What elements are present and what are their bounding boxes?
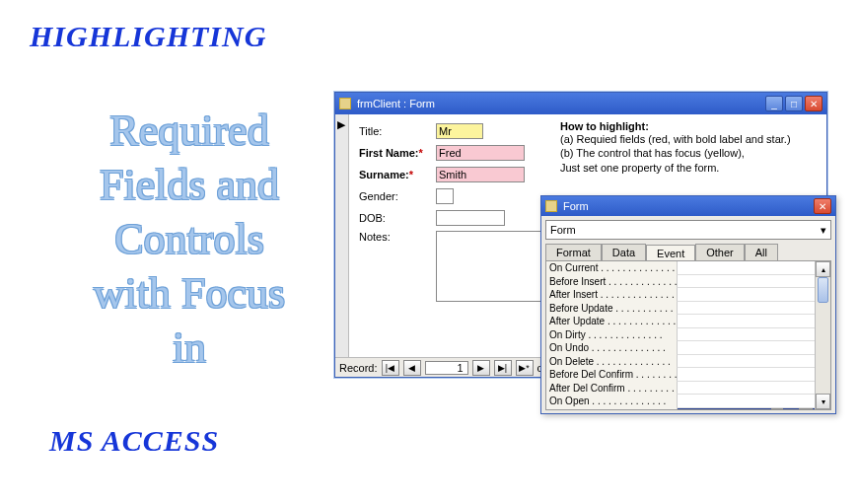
- scroll-down-button[interactable]: ▾: [816, 394, 830, 409]
- property-value[interactable]: [677, 355, 815, 369]
- property-value[interactable]: [677, 275, 815, 289]
- current-record-arrow-icon: ▶: [337, 118, 345, 131]
- property-value[interactable]: [677, 328, 815, 342]
- property-row[interactable]: After Del Confirm . . . . . . . . . . . …: [546, 382, 815, 396]
- chevron-down-icon: ▾: [821, 224, 826, 237]
- property-value[interactable]: [677, 368, 815, 382]
- dob-label: DOB:: [359, 212, 436, 224]
- property-name: On Current . . . . . . . . . . . . . .: [546, 262, 677, 273]
- gender-field[interactable]: [436, 188, 454, 204]
- firstname-field[interactable]: Fred: [436, 145, 525, 161]
- property-row[interactable]: On Dirty . . . . . . . . . . . . . .: [546, 328, 815, 342]
- property-value[interactable]: [677, 302, 815, 316]
- property-name: On Open . . . . . . . . . . . . . .: [546, 396, 677, 406]
- prev-record-button[interactable]: ◀: [403, 360, 421, 376]
- help-line-a: (a) Requied fields (red, with bold label…: [560, 132, 817, 146]
- notes-label: Notes:: [359, 231, 436, 243]
- window-titlebar[interactable]: frmClient : Form _ □ ✕: [335, 93, 826, 114]
- surname-field[interactable]: Smith: [436, 167, 525, 182]
- property-row[interactable]: Before Update . . . . . . . . . . . . . …: [546, 302, 815, 316]
- property-row[interactable]: After Insert . . . . . . . . . . . . . .: [546, 288, 815, 302]
- banner-msaccess: MS ACCESS: [49, 424, 219, 458]
- property-row[interactable]: On Delete . . . . . . . . . . . . . .: [546, 355, 815, 369]
- help-line-c: Just set one property of the form.: [560, 161, 817, 175]
- title-field[interactable]: Mr: [436, 123, 483, 139]
- help-heading: How to highlight:: [560, 120, 649, 132]
- builder-button[interactable]: ...: [799, 408, 813, 409]
- property-scrollbar[interactable]: ▴ ▾: [815, 261, 830, 409]
- minimize-button[interactable]: _: [765, 96, 783, 111]
- help-line-b: (b) The control that has focus (yellow),: [560, 146, 817, 160]
- property-row[interactable]: On Undo . . . . . . . . . . . . . .: [546, 341, 815, 355]
- form-icon: [339, 98, 351, 109]
- property-title: Form: [563, 200, 814, 212]
- property-grid: On Current . . . . . . . . . . . . . . B…: [545, 260, 831, 410]
- property-row[interactable]: On Open . . . . . . . . . . . . . .: [546, 395, 815, 408]
- property-row[interactable]: Before Insert . . . . . . . . . . . . . …: [546, 275, 815, 289]
- property-value[interactable]: [677, 288, 815, 302]
- property-name: On Undo . . . . . . . . . . . . . .: [546, 342, 677, 353]
- property-row[interactable]: On Load . . . . . . . . . . . . . . =Set…: [546, 408, 815, 410]
- property-name: After Del Confirm . . . . . . . . . . . …: [546, 383, 677, 394]
- property-row[interactable]: Before Del Confirm . . . . . . . . . . .…: [546, 368, 815, 382]
- object-selector[interactable]: Form ▾: [545, 220, 831, 240]
- scroll-up-button[interactable]: ▴: [816, 261, 830, 277]
- surname-label: Surname:*: [359, 169, 436, 180]
- close-button[interactable]: ✕: [805, 96, 822, 111]
- property-row[interactable]: After Update . . . . . . . . . . . . . .: [546, 315, 815, 328]
- property-close-button[interactable]: ✕: [814, 198, 831, 214]
- window-title: frmClient : Form: [357, 98, 765, 109]
- tab-event[interactable]: Event: [646, 245, 695, 261]
- dob-field[interactable]: [436, 210, 505, 226]
- maximize-button[interactable]: □: [785, 96, 803, 111]
- next-record-button[interactable]: ▶: [472, 360, 490, 376]
- form-icon: [545, 200, 557, 212]
- property-value[interactable]: [677, 315, 815, 328]
- firstname-label: First Name:*: [359, 147, 436, 159]
- tab-other[interactable]: Other: [695, 244, 745, 260]
- first-record-button[interactable]: |◀: [382, 360, 399, 376]
- dropdown-icon[interactable]: ▾: [771, 408, 783, 409]
- property-name: After Update . . . . . . . . . . . . . .: [546, 316, 677, 326]
- property-name: Before Del Confirm . . . . . . . . . . .…: [546, 369, 677, 380]
- property-titlebar[interactable]: Form ✕: [541, 196, 835, 216]
- title-label: Title:: [359, 125, 436, 137]
- property-value[interactable]: [677, 341, 815, 355]
- new-record-button[interactable]: ▶*: [516, 360, 534, 376]
- property-name: Before Update . . . . . . . . . . . . . …: [546, 303, 677, 314]
- property-row[interactable]: On Current . . . . . . . . . . . . . .: [546, 261, 815, 275]
- tab-data[interactable]: Data: [602, 244, 646, 260]
- property-name: After Insert . . . . . . . . . . . . . .: [546, 289, 677, 300]
- object-selector-value: Form: [550, 224, 576, 236]
- property-sheet-window: Form ✕ Form ▾ Format Data Event Other Al…: [540, 195, 836, 414]
- property-value[interactable]: =SetupForm([Form])▾...: [677, 408, 815, 410]
- property-value[interactable]: [677, 382, 815, 396]
- record-label: Record:: [339, 362, 378, 374]
- tab-format[interactable]: Format: [545, 244, 602, 260]
- property-value[interactable]: [677, 395, 815, 408]
- banner-subtitle: RequiredFields andControlswith Focusin: [51, 104, 327, 375]
- banner-highlighting: HIGHLIGHTING: [30, 20, 266, 53]
- last-record-button[interactable]: ▶|: [494, 360, 512, 376]
- record-selector[interactable]: ▶: [335, 114, 349, 357]
- property-name: On Dirty . . . . . . . . . . . . . .: [546, 329, 677, 340]
- notes-field[interactable]: [436, 231, 554, 302]
- record-number-field[interactable]: 1: [425, 361, 468, 375]
- gender-label: Gender:: [359, 190, 436, 202]
- tab-all[interactable]: All: [745, 244, 778, 260]
- property-name: Before Insert . . . . . . . . . . . . . …: [546, 276, 677, 287]
- scroll-thumb[interactable]: [818, 277, 828, 303]
- property-name: On Delete . . . . . . . . . . . . . .: [546, 356, 677, 367]
- property-value[interactable]: [677, 261, 815, 275]
